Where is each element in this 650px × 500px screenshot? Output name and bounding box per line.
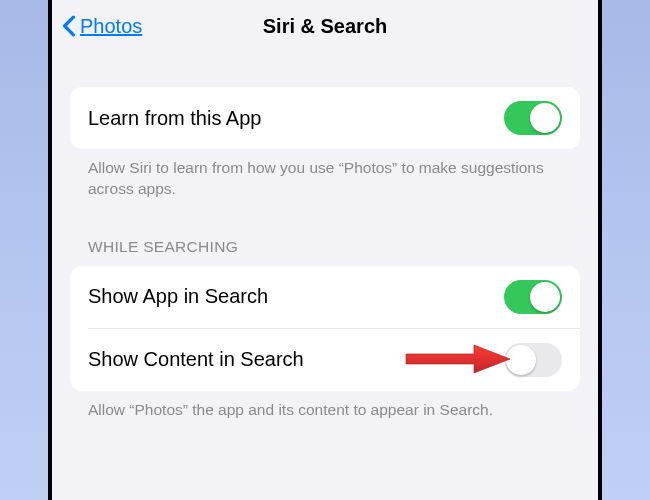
- toggle-knob: [530, 103, 560, 133]
- settings-group-learn: Learn from this App: [70, 87, 580, 149]
- toggle-show-content-in-search[interactable]: [504, 343, 562, 377]
- toggle-show-app-in-search[interactable]: [504, 280, 562, 314]
- row-label: Learn from this App: [88, 107, 261, 130]
- settings-group-searching: Show App in Search Show Content in Searc…: [70, 266, 580, 391]
- row-show-content-in-search[interactable]: Show Content in Search: [88, 328, 580, 391]
- arrow-icon: [404, 343, 514, 375]
- chevron-left-icon: [62, 15, 76, 37]
- settings-screen: Photos Siri & Search Learn from this App…: [52, 0, 598, 500]
- phone-frame: Photos Siri & Search Learn from this App…: [48, 0, 602, 500]
- nav-bar: Photos Siri & Search: [52, 0, 598, 52]
- toggle-knob: [530, 282, 560, 312]
- toggle-learn-from-app[interactable]: [504, 101, 562, 135]
- row-label: Show App in Search: [88, 285, 268, 308]
- row-learn-from-app[interactable]: Learn from this App: [70, 87, 580, 149]
- content-area: Learn from this App Allow Siri to learn …: [52, 52, 598, 421]
- toggle-knob: [506, 345, 536, 375]
- back-label: Photos: [80, 15, 142, 38]
- section-header-while-searching: WHILE SEARCHING: [70, 200, 580, 266]
- row-show-app-in-search[interactable]: Show App in Search: [70, 266, 580, 328]
- group-footer-learn: Allow Siri to learn from how you use “Ph…: [70, 149, 580, 200]
- back-button[interactable]: Photos: [62, 15, 142, 38]
- group-footer-searching: Allow “Photos” the app and its content t…: [70, 391, 580, 421]
- row-label: Show Content in Search: [88, 348, 304, 371]
